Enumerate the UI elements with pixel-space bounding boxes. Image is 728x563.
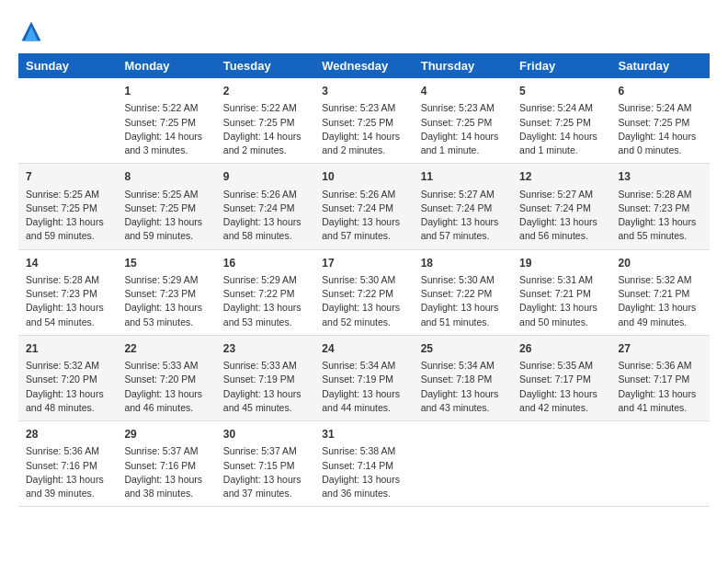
calendar-cell: 26Sunrise: 5:35 AMSunset: 7:17 PMDayligh…	[512, 335, 610, 420]
week-row-5: 28Sunrise: 5:36 AMSunset: 7:16 PMDayligh…	[18, 421, 710, 507]
calendar-cell: 3Sunrise: 5:23 AMSunset: 7:25 PMDaylight…	[314, 78, 413, 164]
header-monday: Monday	[117, 53, 215, 78]
logo	[18, 18, 48, 44]
calendar-cell: 30Sunrise: 5:37 AMSunset: 7:15 PMDayligh…	[216, 421, 314, 507]
day-details: Sunrise: 5:33 AMSunset: 7:20 PMDaylight:…	[124, 359, 208, 415]
day-number: 21	[26, 341, 109, 357]
day-details: Sunrise: 5:31 AMSunset: 7:21 PMDaylight:…	[519, 273, 603, 329]
day-number: 23	[223, 341, 307, 357]
calendar-cell: 5Sunrise: 5:24 AMSunset: 7:25 PMDaylight…	[512, 78, 610, 164]
page-header	[18, 18, 710, 44]
calendar-cell: 27Sunrise: 5:36 AMSunset: 7:17 PMDayligh…	[611, 335, 710, 420]
day-number: 28	[26, 427, 109, 442]
header-tuesday: Tuesday	[216, 53, 314, 78]
day-number: 20	[619, 256, 702, 271]
day-details: Sunrise: 5:27 AMSunset: 7:24 PMDaylight:…	[421, 188, 505, 244]
calendar-cell: 9Sunrise: 5:26 AMSunset: 7:24 PMDaylight…	[216, 164, 314, 249]
day-number: 9	[223, 169, 307, 185]
day-number: 26	[519, 341, 603, 357]
calendar-cell: 10Sunrise: 5:26 AMSunset: 7:24 PMDayligh…	[314, 164, 413, 249]
week-row-3: 14Sunrise: 5:28 AMSunset: 7:23 PMDayligh…	[18, 249, 710, 335]
day-details: Sunrise: 5:29 AMSunset: 7:23 PMDaylight:…	[124, 273, 208, 329]
day-number: 30	[223, 427, 307, 442]
calendar-cell: 8Sunrise: 5:25 AMSunset: 7:25 PMDaylight…	[117, 164, 215, 249]
calendar-cell: 13Sunrise: 5:28 AMSunset: 7:23 PMDayligh…	[611, 164, 710, 249]
calendar-cell: 20Sunrise: 5:32 AMSunset: 7:21 PMDayligh…	[611, 249, 710, 335]
day-number: 6	[619, 84, 702, 99]
calendar-cell: 28Sunrise: 5:36 AMSunset: 7:16 PMDayligh…	[18, 421, 117, 507]
calendar-cell: 11Sunrise: 5:27 AMSunset: 7:24 PMDayligh…	[414, 164, 512, 249]
calendar-cell: 19Sunrise: 5:31 AMSunset: 7:21 PMDayligh…	[512, 249, 610, 335]
day-number: 7	[26, 169, 109, 185]
week-row-1: 1Sunrise: 5:22 AMSunset: 7:25 PMDaylight…	[18, 78, 710, 164]
calendar-cell: 18Sunrise: 5:30 AMSunset: 7:22 PMDayligh…	[414, 249, 512, 335]
day-details: Sunrise: 5:32 AMSunset: 7:21 PMDaylight:…	[619, 273, 702, 329]
calendar-cell: 25Sunrise: 5:34 AMSunset: 7:18 PMDayligh…	[414, 335, 512, 420]
calendar-header-row: SundayMondayTuesdayWednesdayThursdayFrid…	[18, 53, 710, 78]
calendar-cell: 16Sunrise: 5:29 AMSunset: 7:22 PMDayligh…	[216, 249, 314, 335]
day-number: 27	[619, 341, 702, 357]
day-details: Sunrise: 5:25 AMSunset: 7:25 PMDaylight:…	[26, 188, 109, 244]
day-details: Sunrise: 5:38 AMSunset: 7:14 PMDaylight:…	[322, 444, 405, 500]
day-details: Sunrise: 5:26 AMSunset: 7:24 PMDaylight:…	[223, 188, 307, 244]
day-number: 13	[619, 169, 702, 185]
calendar-cell: 17Sunrise: 5:30 AMSunset: 7:22 PMDayligh…	[314, 249, 413, 335]
day-number: 14	[26, 256, 109, 271]
day-details: Sunrise: 5:29 AMSunset: 7:22 PMDaylight:…	[223, 273, 307, 329]
day-details: Sunrise: 5:26 AMSunset: 7:24 PMDaylight:…	[322, 188, 405, 244]
day-details: Sunrise: 5:28 AMSunset: 7:23 PMDaylight:…	[619, 188, 702, 244]
day-details: Sunrise: 5:23 AMSunset: 7:25 PMDaylight:…	[322, 101, 405, 157]
calendar-table: SundayMondayTuesdayWednesdayThursdayFrid…	[18, 53, 710, 507]
calendar-cell	[414, 421, 512, 507]
day-details: Sunrise: 5:24 AMSunset: 7:25 PMDaylight:…	[619, 101, 702, 157]
calendar-cell	[611, 421, 710, 507]
day-number: 16	[223, 256, 307, 271]
calendar-cell: 22Sunrise: 5:33 AMSunset: 7:20 PMDayligh…	[117, 335, 215, 420]
day-number: 22	[124, 341, 208, 357]
day-details: Sunrise: 5:23 AMSunset: 7:25 PMDaylight:…	[421, 101, 505, 157]
day-number: 2	[223, 84, 307, 99]
header-wednesday: Wednesday	[314, 53, 413, 78]
day-details: Sunrise: 5:25 AMSunset: 7:25 PMDaylight:…	[124, 188, 208, 244]
day-number: 8	[124, 169, 208, 185]
day-number: 10	[322, 169, 405, 185]
calendar-cell: 6Sunrise: 5:24 AMSunset: 7:25 PMDaylight…	[611, 78, 710, 164]
day-details: Sunrise: 5:34 AMSunset: 7:18 PMDaylight:…	[421, 359, 505, 415]
day-number: 17	[322, 256, 405, 271]
day-details: Sunrise: 5:32 AMSunset: 7:20 PMDaylight:…	[26, 359, 109, 415]
day-details: Sunrise: 5:22 AMSunset: 7:25 PMDaylight:…	[124, 101, 208, 157]
week-row-2: 7Sunrise: 5:25 AMSunset: 7:25 PMDaylight…	[18, 164, 710, 249]
header-saturday: Saturday	[611, 53, 710, 78]
day-details: Sunrise: 5:35 AMSunset: 7:17 PMDaylight:…	[519, 359, 603, 415]
calendar-cell: 23Sunrise: 5:33 AMSunset: 7:19 PMDayligh…	[216, 335, 314, 420]
day-details: Sunrise: 5:37 AMSunset: 7:15 PMDaylight:…	[223, 444, 307, 500]
day-number: 1	[124, 84, 208, 99]
day-number: 29	[124, 427, 208, 442]
day-details: Sunrise: 5:36 AMSunset: 7:17 PMDaylight:…	[619, 359, 702, 415]
calendar-cell: 15Sunrise: 5:29 AMSunset: 7:23 PMDayligh…	[117, 249, 215, 335]
header-sunday: Sunday	[18, 53, 117, 78]
calendar-cell: 1Sunrise: 5:22 AMSunset: 7:25 PMDaylight…	[117, 78, 215, 164]
day-details: Sunrise: 5:24 AMSunset: 7:25 PMDaylight:…	[519, 101, 603, 157]
day-number: 4	[421, 84, 505, 99]
day-details: Sunrise: 5:34 AMSunset: 7:19 PMDaylight:…	[322, 359, 405, 415]
calendar-cell: 29Sunrise: 5:37 AMSunset: 7:16 PMDayligh…	[117, 421, 215, 507]
day-details: Sunrise: 5:36 AMSunset: 7:16 PMDaylight:…	[26, 444, 109, 500]
calendar-cell: 4Sunrise: 5:23 AMSunset: 7:25 PMDaylight…	[414, 78, 512, 164]
calendar-cell: 31Sunrise: 5:38 AMSunset: 7:14 PMDayligh…	[314, 421, 413, 507]
day-number: 24	[322, 341, 405, 357]
calendar-cell: 2Sunrise: 5:22 AMSunset: 7:25 PMDaylight…	[216, 78, 314, 164]
calendar-cell: 12Sunrise: 5:27 AMSunset: 7:24 PMDayligh…	[512, 164, 610, 249]
day-number: 25	[421, 341, 505, 357]
calendar-cell	[512, 421, 610, 507]
day-number: 31	[322, 427, 405, 442]
calendar-cell	[18, 78, 117, 164]
day-details: Sunrise: 5:30 AMSunset: 7:22 PMDaylight:…	[322, 273, 405, 329]
calendar-cell: 24Sunrise: 5:34 AMSunset: 7:19 PMDayligh…	[314, 335, 413, 420]
day-number: 18	[421, 256, 505, 271]
calendar-cell: 14Sunrise: 5:28 AMSunset: 7:23 PMDayligh…	[18, 249, 117, 335]
day-details: Sunrise: 5:28 AMSunset: 7:23 PMDaylight:…	[26, 273, 109, 329]
day-number: 3	[322, 84, 405, 99]
day-number: 5	[519, 84, 603, 99]
header-friday: Friday	[512, 53, 610, 78]
